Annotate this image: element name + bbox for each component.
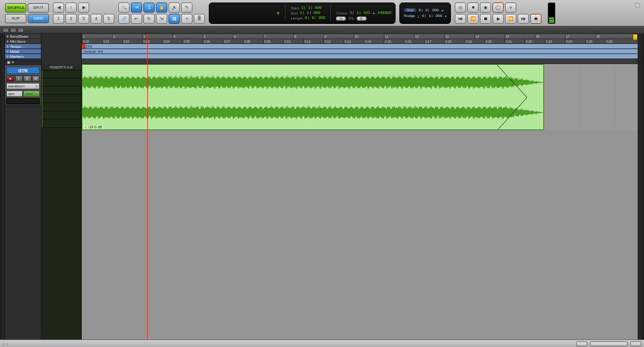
rulers: 123456789101112131415161718 0:000:010:02…	[82, 34, 638, 64]
ruler-hdr-markers[interactable]: Markers	[5, 54, 41, 59]
zoom-preset-icon[interactable]: ↕	[65, 3, 77, 13]
ruler-clips[interactable]	[82, 59, 638, 64]
transport-controls: ◎ ■ ◉ ◯ ⎆ ⏮ ⏪ ⏹ ▶ ⏩ ⏭ ⏺	[455, 3, 541, 24]
edit-area[interactable]: 123456789101112131415161718 0:000:010:02…	[82, 34, 638, 339]
automation-follows-icon[interactable]: ≡	[181, 14, 192, 24]
count-off-icon[interactable]: ◯	[492, 3, 504, 13]
zoom-preset-3[interactable]: 3	[78, 14, 89, 24]
ruler-markers[interactable]	[82, 54, 638, 59]
insert-slot[interactable]	[42, 111, 81, 119]
pencil-tool-icon[interactable]: ✎	[181, 3, 192, 13]
strip-btn[interactable]	[10, 28, 16, 33]
zoom-preset-5[interactable]: 5	[103, 14, 114, 24]
tracks-column: Bars|Beats Min:Secs Tempo Meter Markers …	[5, 34, 42, 339]
inserts-body	[42, 70, 81, 128]
metronome-icon[interactable]: ◉	[480, 3, 491, 13]
insert-slot[interactable]	[42, 87, 81, 95]
track-volume-slider[interactable]	[6, 98, 40, 104]
sel-start[interactable]: 1| 1| 000	[301, 6, 321, 10]
transport-toolbar: SHUFFLE SPOT SLIP GRID ◀ ↕ ▶ 1 2 3 4 5 🔍…	[0, 0, 644, 26]
link-toggle-icon[interactable]: 🔗	[118, 14, 130, 24]
audio-clip[interactable]: ↕ -18.0 dB	[82, 64, 544, 130]
track-name[interactable]: GTR	[6, 67, 40, 74]
edit-cursor	[147, 34, 148, 339]
zoomer-tool-icon[interactable]: 🔍	[118, 3, 130, 13]
song-end-marker[interactable]	[633, 34, 638, 40]
rtz-icon[interactable]: ⏮	[455, 14, 466, 24]
toolbar-strip	[0, 26, 644, 34]
tracklist-header[interactable]: ▣ ▾	[5, 59, 41, 65]
cursor-samples: 448969	[378, 11, 392, 15]
layered-editing-icon[interactable]: ≣	[194, 14, 205, 24]
mode-grid[interactable]: GRID	[28, 14, 49, 23]
stop-icon[interactable]: ⏹	[480, 14, 491, 24]
clip-gain-label: ↕ -18.0 dB	[84, 125, 103, 129]
record-icon[interactable]: ⏺	[530, 14, 541, 24]
return-to-start-icon[interactable]: ■	[467, 3, 479, 13]
zoom-preset-4[interactable]: 4	[91, 14, 102, 24]
waveform-right	[82, 100, 543, 125]
mirrored-midi-icon[interactable]: ▤	[169, 14, 180, 24]
right-gutter	[638, 34, 644, 339]
insert-slot[interactable]	[42, 70, 81, 79]
track-auto-read[interactable]: read	[23, 91, 40, 97]
track-mute-button[interactable]: M	[32, 75, 40, 82]
trim-tool-icon[interactable]: ⇥	[131, 3, 142, 13]
scrub-tool-icon[interactable]: 🔊	[169, 3, 180, 13]
ruler-bars[interactable]: 123456789101112131415161718	[82, 34, 638, 39]
track-input-button[interactable]: I	[15, 75, 23, 82]
ffwd-icon[interactable]: ⏩	[505, 14, 516, 24]
hzoom-out[interactable]	[576, 341, 587, 346]
insert-slot[interactable]	[42, 119, 81, 128]
loop-playback-icon[interactable]: ↻	[143, 14, 155, 24]
grid-pill[interactable]: Grid	[404, 8, 416, 12]
rewind-icon[interactable]: ⏪	[467, 14, 479, 24]
hzoom-slider[interactable]	[590, 341, 628, 346]
zoom-out-h-icon[interactable]: ◀	[53, 3, 64, 13]
insert-slot[interactable]	[42, 79, 81, 87]
empty-canvas[interactable]	[82, 130, 638, 339]
insert-slot[interactable]	[42, 95, 81, 103]
status-bar: ↕ ↔	[0, 339, 644, 347]
empty-lane-grid	[544, 64, 638, 130]
track-auto-mode[interactable]: dyn	[6, 91, 23, 97]
mode-shuffle[interactable]: SHUFFLE	[5, 3, 26, 13]
mode-spot[interactable]: SPOT	[28, 3, 49, 13]
nudge-value[interactable]: 0| 1| 000	[422, 14, 442, 18]
grabber-tool-icon[interactable]: ✋	[156, 3, 167, 13]
hzoom-in[interactable]	[630, 341, 641, 346]
inserts-header[interactable]: INSERTS A-E	[42, 64, 81, 70]
track-record-button[interactable]: ●	[6, 75, 14, 82]
strip-btn[interactable]	[18, 28, 24, 33]
window-config-icon[interactable]	[635, 3, 640, 8]
cursor-pos: 5| 1| 422	[350, 11, 370, 15]
grid-nudge-panel: Grid0| 2| 000▾ Nudge♩0| 1| 000▾	[399, 3, 451, 24]
mode-slip[interactable]: SLIP	[5, 14, 26, 23]
track-lane[interactable]: ↕ -18.0 dB	[82, 64, 638, 130]
strip-btn[interactable]	[3, 28, 9, 33]
sel-length[interactable]: 0| 0| 000	[305, 16, 325, 20]
track-view-selector[interactable]: waveform▾	[6, 83, 40, 89]
dly-dropdown[interactable]: ▤	[357, 16, 367, 21]
sel-end[interactable]: 1| 1| 000	[300, 11, 320, 15]
insert-slot[interactable]	[42, 103, 81, 111]
tab-to-transient-icon[interactable]: ⇤	[131, 14, 142, 24]
online-icon[interactable]: ◎	[455, 3, 466, 13]
edit-window: Bars|Beats Min:Secs Tempo Meter Markers …	[0, 34, 644, 339]
status-left: ↕ ↔	[3, 342, 9, 346]
play-icon[interactable]: ▶	[492, 14, 504, 24]
timeline-dropdown[interactable]: ▤	[336, 16, 346, 21]
midi-merge-icon[interactable]: ⎆	[505, 3, 516, 13]
gte-icon[interactable]: ⏭	[518, 14, 529, 24]
ruler-minsec[interactable]: 0:000:010:020:030:040:050:060:070:080:09…	[82, 39, 638, 44]
grid-value[interactable]: 0| 2| 000	[419, 8, 439, 13]
insertion-follows-icon[interactable]: ⇲	[156, 14, 167, 24]
zoom-group: ◀ ↕ ▶ 1 2 3 4 5	[53, 3, 114, 24]
zoom-in-h-icon[interactable]: ▶	[78, 3, 89, 13]
selector-tool-icon[interactable]: Ꮖ	[143, 3, 155, 13]
track-solo-button[interactable]: S	[23, 75, 31, 82]
ruler-meter[interactable]: Default: 4/4	[82, 49, 638, 54]
zoom-preset-2[interactable]: 2	[65, 14, 77, 24]
zoom-preset-1[interactable]: 1	[53, 14, 64, 24]
ruler-tempo[interactable]: ♩159	[82, 44, 638, 49]
